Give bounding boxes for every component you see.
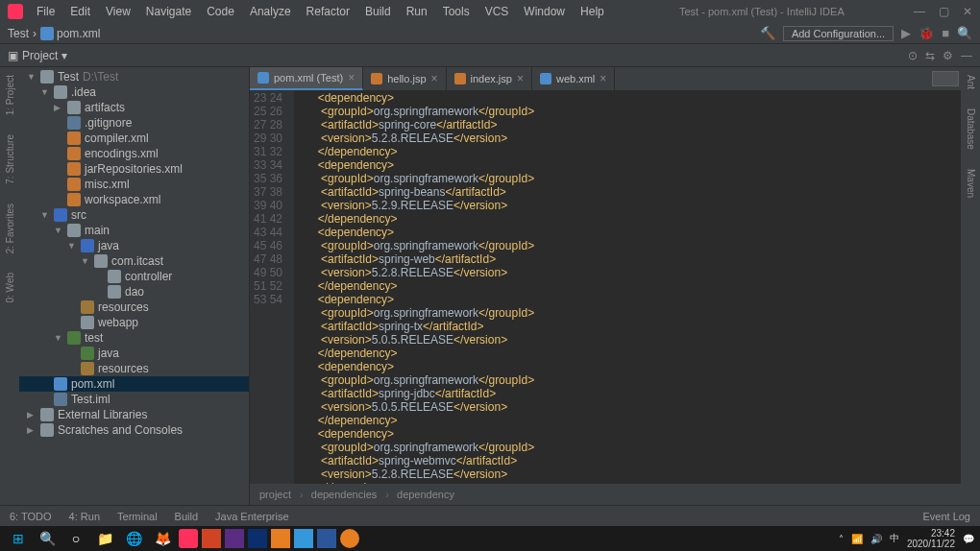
editor-crumb-item[interactable]: project [259, 489, 304, 500]
menu-tools[interactable]: Tools [437, 3, 476, 20]
tree-item[interactable]: ▼Test D:\Test [19, 69, 249, 84]
wifi-icon[interactable]: 📶 [851, 534, 863, 544]
terminal-tool[interactable]: Terminal [117, 511, 158, 522]
tree-item[interactable]: pom.xml [19, 376, 249, 392]
edge-icon[interactable]: 🌐 [121, 528, 146, 549]
menu-file[interactable]: File [31, 3, 61, 20]
tree-item[interactable]: ▼test [19, 330, 249, 346]
tree-item[interactable]: jarRepositories.xml [19, 161, 249, 177]
editor-tab[interactable]: index.jsp× [447, 67, 532, 90]
clock[interactable]: 23:42 2020/11/22 [907, 528, 955, 549]
expand-icon[interactable]: ⇆ [925, 49, 935, 62]
tree-item[interactable]: ▼com.itcast [19, 253, 249, 269]
tree-item[interactable]: compiler.xml [19, 131, 249, 146]
maximize-icon[interactable]: ▢ [939, 5, 949, 18]
minimize-icon[interactable]: — [914, 5, 925, 18]
left-tool[interactable]: 0: Web [5, 273, 15, 303]
left-tool[interactable]: 1: Project [5, 75, 15, 115]
tree-item[interactable]: ▶External Libraries [19, 407, 249, 422]
left-tool[interactable]: 7: Structure [5, 134, 15, 184]
close-tab-icon[interactable]: × [348, 71, 355, 84]
jee-tool[interactable]: Java Enterprise [215, 511, 288, 522]
app-icon-4[interactable] [294, 529, 313, 548]
hide-icon[interactable]: — [961, 49, 972, 62]
app-icon-3[interactable] [271, 529, 290, 548]
event-log[interactable]: Event Log [922, 511, 970, 522]
project-view-label[interactable]: ▣ Project ▾ [0, 49, 75, 62]
tree-item[interactable]: .gitignore [19, 115, 249, 131]
stop-icon[interactable]: ■ [942, 26, 949, 40]
start-button[interactable]: ⊞ [6, 528, 31, 549]
menu-window[interactable]: Window [518, 3, 571, 20]
tree-item[interactable]: encodings.xml [19, 146, 249, 161]
tree-item[interactable]: ▼.idea [19, 84, 249, 100]
breadcrumb-file[interactable]: pom.xml [57, 27, 100, 40]
tree-item[interactable]: ▶Scratches and Consoles [19, 422, 249, 438]
close-tab-icon[interactable]: × [431, 72, 438, 85]
menu-build[interactable]: Build [359, 3, 397, 20]
run-icon[interactable]: ▶ [901, 26, 911, 40]
right-tool[interactable]: Ant [966, 75, 976, 89]
search-task-icon[interactable]: 🔍 [35, 528, 60, 549]
menu-run[interactable]: Run [401, 3, 433, 20]
tree-item[interactable]: ▼java [19, 238, 249, 253]
gear-icon[interactable]: ⚙ [943, 49, 953, 62]
tree-item[interactable]: dao [19, 284, 249, 299]
add-configuration-button[interactable]: Add Configuration... [783, 26, 894, 41]
app-icon-5[interactable] [340, 529, 359, 548]
locate-icon[interactable]: ⊙ [908, 49, 918, 62]
menu-code[interactable]: Code [201, 3, 240, 20]
editor-tab[interactable]: pom.xml (Test)× [250, 67, 363, 90]
breadcrumb-root[interactable]: Test [8, 27, 29, 40]
project-tree[interactable]: ▼Test D:\Test▼.idea▶artifacts.gitignorec… [19, 67, 250, 505]
editor-tab[interactable]: hello.jsp× [363, 67, 446, 90]
app-icon-2[interactable] [248, 529, 267, 548]
notifications-icon[interactable]: 💬 [963, 534, 974, 544]
tree-item[interactable]: workspace.xml [19, 192, 249, 207]
tree-item[interactable]: ▶artifacts [19, 100, 249, 115]
vscode-icon[interactable] [225, 529, 244, 548]
build-tool[interactable]: Build [175, 511, 198, 522]
word-icon[interactable] [317, 529, 336, 548]
tree-item[interactable]: resources [19, 361, 249, 376]
editor-crumb-item[interactable]: dependencies [311, 489, 389, 500]
firefox-icon[interactable]: 🦊 [150, 528, 175, 549]
debug-icon[interactable]: 🐞 [919, 26, 934, 40]
close-icon[interactable]: ✕ [963, 5, 972, 18]
build-hammer-icon[interactable]: 🔨 [760, 26, 775, 40]
menu-edit[interactable]: Edit [64, 3, 96, 20]
menu-analyze[interactable]: Analyze [244, 3, 297, 20]
tree-item[interactable]: Test.iml [19, 392, 249, 407]
volume-icon[interactable]: 🔊 [870, 534, 882, 544]
menu-help[interactable]: Help [575, 3, 610, 20]
intellij-task-icon[interactable] [179, 529, 198, 548]
editor-tab[interactable]: web.xml× [532, 67, 615, 90]
search-icon[interactable]: 🔍 [957, 26, 972, 40]
tree-item[interactable]: ▼src [19, 207, 249, 223]
tree-item[interactable]: resources [19, 299, 249, 315]
close-tab-icon[interactable]: × [600, 72, 606, 85]
app-icon-1[interactable] [202, 529, 221, 548]
tree-item[interactable]: ▼main [19, 223, 249, 238]
explorer-icon[interactable]: 📁 [92, 528, 117, 549]
todo-tool[interactable]: 6: TODO [10, 511, 52, 522]
right-tool[interactable]: Database [966, 108, 976, 150]
tree-item[interactable]: misc.xml [19, 177, 249, 192]
right-tool[interactable]: Maven [966, 169, 976, 198]
minimap[interactable] [932, 71, 959, 86]
code-body[interactable]: <dependency> <groupId>org.springframewor… [294, 90, 961, 484]
menu-view[interactable]: View [100, 3, 136, 20]
menu-vcs[interactable]: VCS [479, 3, 515, 20]
tree-item[interactable]: java [19, 346, 249, 361]
ime-icon[interactable]: 中 [890, 532, 899, 545]
editor-crumb-item[interactable]: dependency [397, 489, 454, 500]
tray-icon[interactable]: ˄ [839, 534, 844, 544]
run-tool[interactable]: 4: Run [69, 511, 100, 522]
close-tab-icon[interactable]: × [517, 72, 524, 85]
tree-item[interactable]: webapp [19, 315, 249, 330]
menu-refactor[interactable]: Refactor [301, 3, 355, 20]
tree-item[interactable]: controller [19, 269, 249, 284]
cortana-icon[interactable]: ○ [63, 528, 88, 549]
menu-navigate[interactable]: Navigate [140, 3, 197, 20]
left-tool[interactable]: 2: Favorites [5, 204, 15, 253]
